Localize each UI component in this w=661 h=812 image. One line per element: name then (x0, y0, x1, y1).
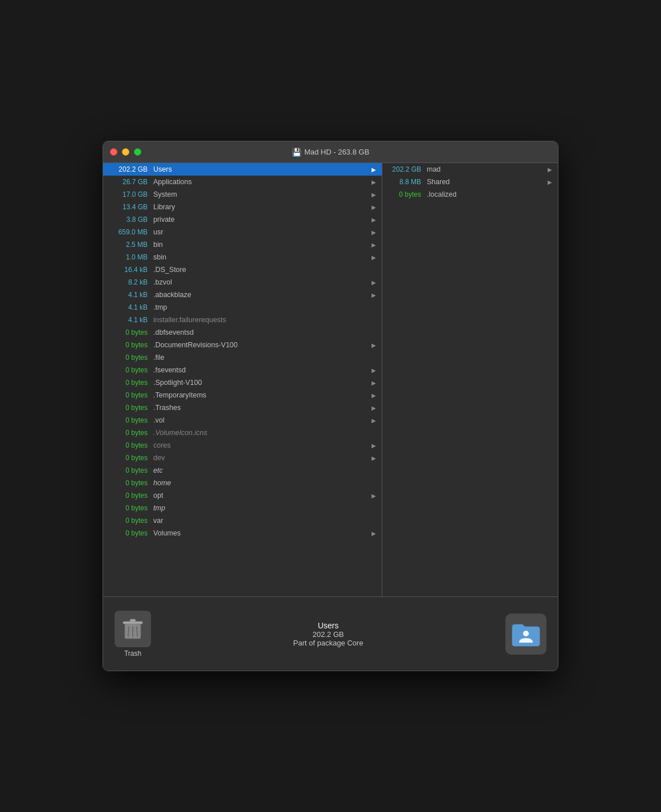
chevron-icon: ▶ (369, 179, 377, 185)
file-size: 0 bytes (108, 479, 153, 487)
list-item[interactable]: 8.8 MBShared▶ (382, 176, 558, 188)
list-item[interactable]: 4.1 kB.abackblaze▶ (103, 289, 382, 301)
file-size: 0 bytes (108, 504, 153, 512)
footer: Trash Users 202.2 GB Part of package Cor… (103, 596, 558, 671)
list-item[interactable]: 0 bytesetc (103, 464, 382, 477)
list-item[interactable]: 0 bytes.file (103, 351, 382, 364)
content-area: 202.2 GBUsers▶26.7 GBApplications▶17.0 G… (103, 163, 558, 596)
list-item[interactable]: 26.7 GBApplications▶ (103, 176, 382, 188)
list-item[interactable]: 3.8 GBprivate▶ (103, 213, 382, 226)
zoom-button[interactable] (134, 148, 141, 156)
list-item[interactable]: 202.2 GBUsers▶ (103, 163, 382, 176)
file-name: dev (153, 454, 369, 462)
file-name: .DocumentRevisions-V100 (153, 341, 369, 349)
file-size: 4.1 kB (108, 303, 153, 311)
file-name: Library (153, 203, 369, 211)
list-item[interactable]: 0 bytes.Spotlight-V100▶ (103, 376, 382, 389)
file-name: sbin (153, 253, 369, 261)
file-name: .DS_Store (153, 266, 369, 274)
traffic-lights (110, 148, 141, 156)
file-name: Users (153, 165, 369, 173)
file-name: .Trashes (153, 404, 369, 412)
file-name: .VolumeIcon.icns (153, 429, 369, 437)
file-size: 17.0 GB (108, 190, 153, 198)
chevron-icon: ▶ (545, 167, 553, 173)
list-item[interactable]: 659.0 MBusr▶ (103, 226, 382, 238)
list-item[interactable]: 17.0 GBSystem▶ (103, 188, 382, 201)
list-item[interactable]: 0 bytes.fseventsd▶ (103, 364, 382, 376)
file-size: 0 bytes (108, 454, 153, 462)
list-item[interactable]: 0 bytesopt▶ (103, 489, 382, 502)
file-size: 0 bytes (387, 190, 427, 198)
file-name: Shared (427, 178, 545, 186)
list-item[interactable]: 4.1 kB.tmp (103, 301, 382, 314)
list-item[interactable]: 8.2 kB.bzvol▶ (103, 276, 382, 289)
file-name: .file (153, 354, 369, 362)
minimize-button[interactable] (122, 148, 129, 156)
file-size: 8.2 kB (108, 278, 153, 286)
list-item[interactable]: 0 bytes.DocumentRevisions-V100▶ (103, 339, 382, 351)
file-name: System (153, 190, 369, 198)
chevron-icon: ▶ (369, 405, 377, 411)
trash-label: Trash (124, 649, 141, 657)
file-name: .TemporaryItems (153, 391, 369, 399)
file-size: 0 bytes (108, 379, 153, 387)
disk-icon: 💾 (292, 148, 301, 157)
list-item[interactable]: 0 bytes.Trashes▶ (103, 401, 382, 414)
list-item[interactable]: 2.5 MBbin▶ (103, 238, 382, 251)
list-item[interactable]: 4.1 kBinstaller.failurerequests (103, 314, 382, 326)
file-size: 0 bytes (108, 492, 153, 500)
right-pane[interactable]: 202.2 GBmad▶8.8 MBShared▶0 bytes.localiz… (382, 163, 558, 596)
file-name: private (153, 216, 369, 224)
file-name: tmp (153, 504, 369, 512)
app-window: 💾 Mad HD - 263.8 GB 202.2 GBUsers▶26.7 G… (103, 141, 558, 671)
file-size: 26.7 GB (108, 178, 153, 186)
list-item[interactable]: 1.0 MBsbin▶ (103, 251, 382, 263)
list-item[interactable]: 0 byteshome (103, 477, 382, 489)
file-name: cores (153, 441, 369, 449)
file-name: var (153, 517, 369, 525)
chevron-icon: ▶ (369, 342, 377, 348)
file-size: 0 bytes (108, 404, 153, 412)
file-size: 2.5 MB (108, 241, 153, 249)
chevron-icon: ▶ (369, 493, 377, 499)
file-name: .fseventsd (153, 366, 369, 374)
chevron-icon: ▶ (369, 242, 377, 248)
list-item[interactable]: 0 bytes.localized (382, 188, 558, 201)
list-item[interactable]: 0 bytes.TemporaryItems▶ (103, 389, 382, 401)
list-item[interactable]: 0 bytesVolumes▶ (103, 527, 382, 539)
chevron-icon: ▶ (369, 455, 377, 461)
file-size: 13.4 GB (108, 203, 153, 211)
file-size: 8.8 MB (387, 178, 427, 186)
file-size: 0 bytes (108, 529, 153, 537)
trash-container[interactable]: Trash (115, 611, 151, 657)
file-size: 0 bytes (108, 466, 153, 474)
file-size: 3.8 GB (108, 216, 153, 224)
file-size: 4.1 kB (108, 291, 153, 299)
list-item[interactable]: 0 bytesvar (103, 514, 382, 527)
list-item[interactable]: 202.2 GBmad▶ (382, 163, 558, 176)
chevron-icon: ▶ (369, 229, 377, 236)
list-item[interactable]: 13.4 GBLibrary▶ (103, 201, 382, 213)
list-item[interactable]: 0 bytescores▶ (103, 439, 382, 452)
chevron-icon: ▶ (545, 179, 553, 185)
left-pane[interactable]: 202.2 GBUsers▶26.7 GBApplications▶17.0 G… (103, 163, 382, 596)
file-size: 202.2 GB (108, 165, 153, 173)
chevron-icon: ▶ (369, 279, 377, 286)
list-item[interactable]: 0 bytesdev▶ (103, 452, 382, 464)
file-size: 4.1 kB (108, 316, 153, 324)
file-size: 0 bytes (108, 429, 153, 437)
chevron-icon: ▶ (369, 530, 377, 537)
file-size: 0 bytes (108, 328, 153, 336)
list-item[interactable]: 16.4 kB.DS_Store (103, 263, 382, 276)
chevron-icon: ▶ (369, 417, 377, 424)
list-item[interactable]: 0 bytes.VolumeIcon.icns (103, 427, 382, 439)
list-item[interactable]: 0 bytes.dbfseventsd (103, 326, 382, 339)
file-size: 202.2 GB (387, 165, 427, 173)
file-size: 0 bytes (108, 441, 153, 449)
chevron-icon: ▶ (369, 167, 377, 173)
close-button[interactable] (110, 148, 117, 156)
list-item[interactable]: 0 bytes.vol▶ (103, 414, 382, 427)
file-name: installer.failurerequests (153, 316, 369, 324)
list-item[interactable]: 0 bytestmp (103, 502, 382, 514)
